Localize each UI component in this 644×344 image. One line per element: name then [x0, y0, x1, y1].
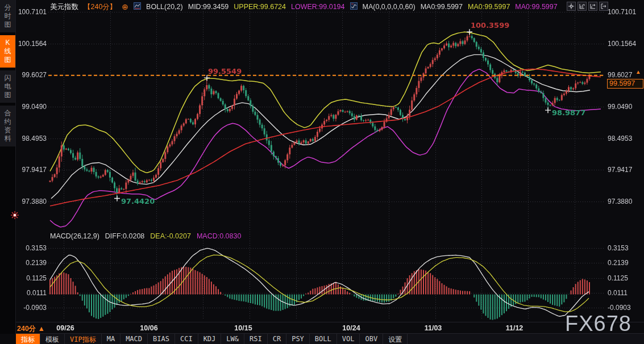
macd-header: MACD(26,12,9) DIFF:0.0208 DEA:-0.0207 MA… — [50, 232, 241, 240]
macd-dea-value: DEA:-0.0207 — [150, 232, 191, 240]
toolbar-item[interactable]: PSY — [286, 334, 310, 344]
sidebar: 分时图 K线图 闪电图 合约资料 — [0, 0, 16, 334]
macd-diff-value: DIFF:0.0208 — [105, 232, 144, 240]
chart-window: 分时图 K线图 闪电图 合约资料 美元指数 【240分】 ⊕ BOLL(20,2… — [0, 0, 644, 344]
price-annotation: 97.4420 — [121, 197, 155, 205]
toolbar-item[interactable]: 模板 — [40, 334, 65, 344]
xaxis-divider — [0, 322, 644, 322]
toolbar-item[interactable]: VOL — [337, 334, 360, 344]
price-chart-canvas[interactable] — [0, 0, 644, 344]
price-annotation: 99.5549 — [208, 67, 242, 75]
panel-marker-icon[interactable] — [11, 211, 19, 219]
zoom-in-chart-icon[interactable] — [577, 2, 587, 11]
toolbar-item[interactable]: MA — [102, 334, 121, 344]
date-axis-label: 11/12 — [502, 324, 527, 332]
price-annotation: 100.3599 — [471, 21, 509, 30]
macd-macd-value: MACD:0.0830 — [197, 232, 242, 240]
sidebar-item[interactable]: 闪电图 — [0, 70, 15, 103]
toolbar-item[interactable]: 指标 — [16, 334, 40, 344]
boll-lower-value: LOWER:99.0194 — [291, 3, 345, 11]
toolbar-item[interactable]: BOLL — [310, 334, 337, 344]
axis-tick-label: 0.3153 — [608, 244, 629, 252]
watermark: FX678 — [565, 312, 631, 336]
toolbar-item[interactable]: VIP指标 — [65, 334, 102, 344]
window-buttons — [567, 2, 608, 11]
symbol-name: 美元指数 — [50, 2, 78, 12]
axis-tick-label: 0.0111 — [608, 289, 628, 297]
sidebar-item-label: K线图 — [4, 39, 12, 64]
toolbar-item[interactable]: KDJ — [198, 334, 222, 344]
sidebar-item-label: 分时图 — [4, 3, 12, 29]
period-badge[interactable]: 【240分】 — [84, 2, 117, 12]
price-annotation: 98.9877 — [552, 108, 585, 117]
add-indicator-icon[interactable]: ⊕ — [122, 3, 128, 10]
ma-legend-icon[interactable] — [350, 2, 358, 11]
toolbar-item[interactable]: RSI — [244, 334, 268, 344]
date-axis-label: 10/24 — [339, 324, 364, 332]
boll-legend-icon[interactable] — [134, 2, 141, 11]
macd-label: MACD(26,12,9) — [50, 232, 99, 240]
pop-out-icon[interactable] — [599, 2, 608, 11]
date-axis-label: 10/15 — [231, 324, 256, 332]
date-axis-label: 11/03 — [421, 324, 446, 332]
ma-label: MA(0,0,0,0,0,60) — [363, 3, 416, 11]
macd-axis-right: 0.31530.21390.11250.0111-0.0903 — [608, 0, 643, 344]
axis-tick-label: 0.1125 — [608, 274, 628, 282]
boll-upper-value: UPPER:99.6724 — [234, 3, 286, 11]
indicator-toolbar: 指标模板VIP指标MAMACDBIASCCIKDJLW&RSICRPSYBOLL… — [16, 333, 644, 344]
sidebar-item[interactable]: K线图 — [0, 35, 15, 68]
ma0-white-value: MA0:99.5997 — [421, 3, 463, 11]
date-axis-label: 10/06 — [136, 324, 161, 332]
sidebar-item-label: 合约资料 — [4, 109, 12, 143]
sidebar-item[interactable]: 分时图 — [0, 0, 15, 32]
boll-mid-value: MID:99.3459 — [188, 3, 229, 11]
toolbar-item[interactable]: BIAS — [148, 334, 175, 344]
current-price-tag: 99.5997 — [607, 79, 643, 89]
chart-header: 美元指数 【240分】 ⊕ BOLL(20,2) MID:99.3459 UPP… — [50, 2, 558, 11]
toolbar-item[interactable]: OBV — [360, 334, 383, 344]
crosshair-icon[interactable] — [567, 2, 576, 11]
ma0-magenta-value: MA0:99.5997 — [515, 3, 557, 11]
axis-tick-label: -0.0903 — [608, 304, 631, 312]
price-up-arrow-icon: ▲ — [635, 69, 641, 75]
toolbar-item[interactable]: CR — [268, 334, 286, 344]
sidebar-item-label: 闪电图 — [4, 74, 12, 99]
toolbar-item[interactable]: MACD — [121, 334, 148, 344]
period-selector[interactable]: 240分 ▲ — [17, 324, 45, 334]
toolbar-item[interactable]: LW& — [221, 334, 244, 344]
date-axis-label: 09/26 — [53, 324, 78, 332]
zoom-out-chart-icon[interactable] — [588, 2, 597, 11]
boll-label: BOLL(20,2) — [146, 3, 183, 11]
toolbar-item[interactable]: 设置 — [383, 334, 408, 344]
toolbar-item[interactable]: CCI — [175, 334, 198, 344]
sidebar-item[interactable]: 合约资料 — [0, 106, 15, 146]
axis-tick-label: 0.2139 — [608, 259, 629, 267]
ma0-yellow-value: MA0:99.5997 — [468, 3, 510, 11]
